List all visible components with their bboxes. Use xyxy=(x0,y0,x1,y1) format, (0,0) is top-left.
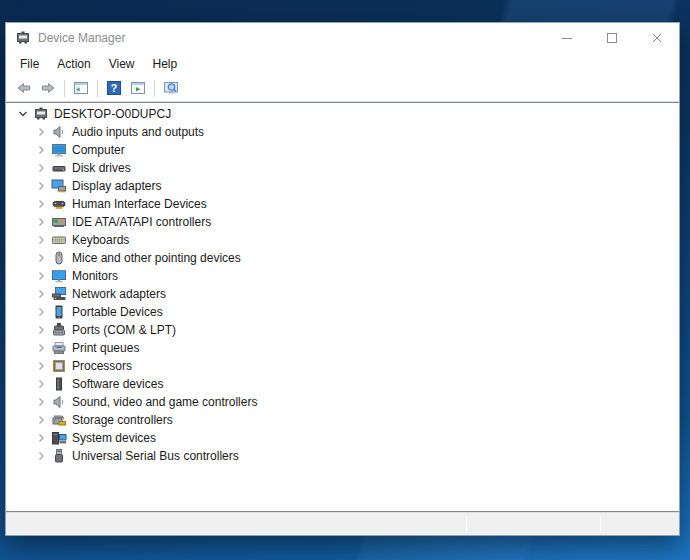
menu-file[interactable]: File xyxy=(11,54,48,74)
maximize-button[interactable] xyxy=(589,23,634,53)
status-bar-separator xyxy=(600,516,601,532)
chevron-right-icon xyxy=(33,268,49,284)
chevron-right-icon xyxy=(33,286,49,302)
svg-text:?: ? xyxy=(111,82,117,94)
storage-icon xyxy=(51,412,67,428)
tree-item-storage-controllers[interactable]: Storage controllers xyxy=(6,411,679,429)
toolbar-action-pane-button[interactable] xyxy=(126,76,150,100)
chevron-right-icon xyxy=(33,142,49,158)
menu-bar: FileActionViewHelp xyxy=(6,53,679,75)
tree-item-ide-ata-atapi-controllers[interactable]: IDE ATA/ATAPI controllers xyxy=(6,213,679,231)
chevron-right-icon xyxy=(33,214,49,230)
help-icon: ? xyxy=(106,80,122,96)
chevron-right-icon xyxy=(33,124,49,140)
title-bar[interactable]: Device Manager xyxy=(6,23,679,53)
forward-icon xyxy=(40,80,56,96)
toolbar-separator xyxy=(64,80,65,97)
tree-item-label: Storage controllers xyxy=(72,413,173,427)
tree-item-print-queues[interactable]: Print queues xyxy=(6,339,679,357)
chevron-right-icon xyxy=(33,322,49,338)
tree-item-label: Software devices xyxy=(72,377,163,391)
tree-item-label: Disk drives xyxy=(72,161,131,175)
tree-item-label: DESKTOP-O0DUPCJ xyxy=(54,107,171,121)
chevron-right-icon xyxy=(33,358,49,374)
chevron-right-icon xyxy=(33,160,49,176)
console-tree-icon xyxy=(73,80,89,96)
tree-item-mice-and-other-pointing-devices[interactable]: Mice and other pointing devices xyxy=(6,249,679,267)
chevron-right-icon xyxy=(33,430,49,446)
chevron-right-icon xyxy=(33,394,49,410)
minimize-button[interactable] xyxy=(544,23,589,53)
menu-view[interactable]: View xyxy=(100,54,144,74)
toolbar-back-button[interactable] xyxy=(12,76,36,100)
scan-icon xyxy=(163,80,179,96)
tree-item-ports-com-lpt[interactable]: Ports (COM & LPT) xyxy=(6,321,679,339)
action-pane-icon xyxy=(130,80,146,96)
tree-item-label: Sound, video and game controllers xyxy=(72,395,257,409)
monitor-icon xyxy=(51,268,67,284)
sound-icon xyxy=(51,394,67,410)
toolbar: ? xyxy=(6,75,679,102)
processor-icon xyxy=(51,358,67,374)
tree-item-label: System devices xyxy=(72,431,156,445)
tree-item-label: IDE ATA/ATAPI controllers xyxy=(72,215,211,229)
toolbar-scan-button[interactable] xyxy=(159,76,183,100)
tree-item-processors[interactable]: Processors xyxy=(6,357,679,375)
tree-item-computer[interactable]: Computer xyxy=(6,141,679,159)
display-adapter-icon xyxy=(51,178,67,194)
tree-item-display-adapters[interactable]: Display adapters xyxy=(6,177,679,195)
tree-item-label: Audio inputs and outputs xyxy=(72,125,204,139)
tree-item-universal-serial-bus-controllers[interactable]: Universal Serial Bus controllers xyxy=(6,447,679,465)
tree-item-label: Human Interface Devices xyxy=(72,197,207,211)
tree-item-audio-inputs-and-outputs[interactable]: Audio inputs and outputs xyxy=(6,123,679,141)
toolbar-separator xyxy=(97,80,98,97)
menu-action[interactable]: Action xyxy=(48,54,99,74)
menu-help[interactable]: Help xyxy=(144,54,187,74)
chevron-down-icon xyxy=(15,106,31,122)
tree-item-sound-video-and-game-controllers[interactable]: Sound, video and game controllers xyxy=(6,393,679,411)
window-title: Device Manager xyxy=(38,31,125,45)
hid-icon xyxy=(51,196,67,212)
tree-item-software-devices[interactable]: Software devices xyxy=(6,375,679,393)
back-icon xyxy=(16,80,32,96)
ports-icon xyxy=(51,322,67,338)
ide-icon xyxy=(51,214,67,230)
chevron-right-icon xyxy=(33,412,49,428)
tree-item-monitors[interactable]: Monitors xyxy=(6,267,679,285)
caption-buttons xyxy=(544,23,679,53)
device-manager-icon xyxy=(33,106,49,122)
status-bar-separator xyxy=(466,516,467,532)
software-icon xyxy=(51,376,67,392)
tree-item-system-devices[interactable]: System devices xyxy=(6,429,679,447)
portable-icon xyxy=(51,304,67,320)
maximize-icon xyxy=(604,30,620,46)
device-tree: DESKTOP-O0DUPCJAudio inputs and outputsC… xyxy=(6,102,679,512)
tree-item-label: Universal Serial Bus controllers xyxy=(72,449,239,463)
tree-item-label: Monitors xyxy=(72,269,118,283)
toolbar-help-button[interactable]: ? xyxy=(102,76,126,100)
tree-item-label: Print queues xyxy=(72,341,139,355)
device-manager-icon xyxy=(15,30,31,46)
tree-item-portable-devices[interactable]: Portable Devices xyxy=(6,303,679,321)
toolbar-console-tree-button[interactable] xyxy=(69,76,93,100)
tree-item-network-adapters[interactable]: Network adapters xyxy=(6,285,679,303)
tree-item-keyboards[interactable]: Keyboards xyxy=(6,231,679,249)
usb-icon xyxy=(51,448,67,464)
tree-item-label: Keyboards xyxy=(72,233,129,247)
tree-item-label: Display adapters xyxy=(72,179,161,193)
tree-item-label: Mice and other pointing devices xyxy=(72,251,241,265)
chevron-right-icon xyxy=(33,448,49,464)
tree-item-label: Network adapters xyxy=(72,287,166,301)
tree-item-disk-drives[interactable]: Disk drives xyxy=(6,159,679,177)
close-button[interactable] xyxy=(634,23,679,53)
computer-icon xyxy=(51,142,67,158)
tree-item-human-interface-devices[interactable]: Human Interface Devices xyxy=(6,195,679,213)
network-icon xyxy=(51,286,67,302)
toolbar-forward-button[interactable] xyxy=(36,76,60,100)
chevron-right-icon xyxy=(33,376,49,392)
tree-root-desktop-o0dupcj[interactable]: DESKTOP-O0DUPCJ xyxy=(6,105,679,123)
disk-icon xyxy=(51,160,67,176)
tree-item-label: Computer xyxy=(72,143,125,157)
chevron-right-icon xyxy=(33,196,49,212)
close-icon xyxy=(649,30,665,46)
